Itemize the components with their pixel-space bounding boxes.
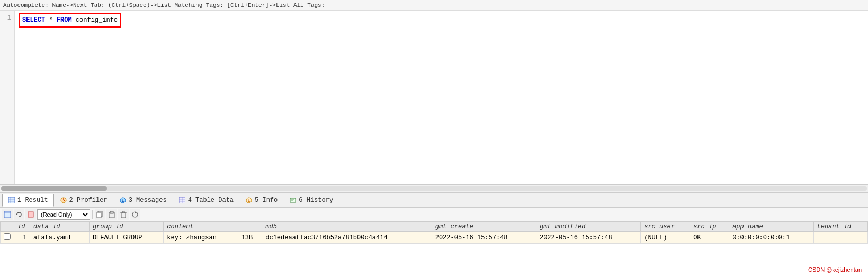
code-line-1: SELECT * FROM config_info	[19, 13, 864, 23]
svg-text:i: i	[121, 198, 124, 203]
col-src-user: src_user	[641, 222, 690, 232]
table-row[interactable]: 1 afafa.yaml DEFAULT_GROUP key: zhangsan…	[1, 232, 868, 244]
col-md5: md5	[262, 222, 432, 232]
table-name: config_info	[76, 16, 118, 24]
row-checkbox[interactable]	[1, 232, 14, 244]
svg-rect-16	[4, 211, 11, 218]
tab-result-label: 1 Result	[17, 196, 48, 204]
svg-rect-0	[8, 197, 15, 203]
col-app-name: app_name	[729, 222, 813, 232]
col-size	[238, 222, 262, 232]
toolbar-btn-copy[interactable]	[95, 209, 105, 220]
col-gmt-create: gmt_create	[432, 222, 536, 232]
col-src-ip: src_ip	[690, 222, 729, 232]
toolbar-btn-paste[interactable]	[106, 209, 117, 220]
col-id: id	[14, 222, 30, 232]
profiler-icon	[60, 196, 67, 204]
svg-rect-23	[110, 211, 113, 213]
hint-bar: Autocomplete: Name->Next Tab: (Ctrl+Spac…	[0, 0, 868, 11]
svg-rect-13	[290, 198, 296, 202]
tab-tabledata-label: 4 Table Data	[188, 196, 234, 204]
sql-statement-box: SELECT * FROM config_info	[19, 13, 121, 28]
tab-result[interactable]: 1 Result	[2, 194, 54, 207]
cell-src-user: (NULL)	[641, 232, 690, 244]
tabledata-icon	[178, 196, 186, 204]
code-area[interactable]: SELECT * FROM config_info	[15, 11, 868, 184]
tab-profiler-label: 2 Profiler	[69, 196, 108, 204]
col-gmt-modified: gmt_modified	[536, 222, 640, 232]
svg-marker-18	[16, 213, 18, 215]
line-number-1: 1	[0, 13, 14, 23]
separator-1	[92, 210, 93, 219]
svg-rect-19	[28, 212, 33, 217]
cell-tenant-id	[813, 232, 868, 244]
table-header-row: id data_id group_id content md5 gmt_crea…	[1, 222, 868, 232]
scrollbar-thumb[interactable]	[1, 186, 107, 191]
result-table: id data_id group_id content md5 gmt_crea…	[0, 221, 868, 244]
col-data-id: data_id	[30, 222, 90, 232]
tab-history[interactable]: 6 History	[283, 194, 339, 207]
messages-icon: i	[119, 196, 127, 204]
svg-rect-24	[121, 213, 126, 218]
cell-md5: dc1edeaaflac37f6b52a781b00c4a414	[262, 232, 432, 244]
cell-content: key: zhangsan	[164, 232, 238, 244]
cell-src-ip: OK	[690, 232, 729, 244]
info-icon: i	[245, 196, 253, 204]
toolbar-btn-3[interactable]	[25, 209, 36, 220]
tab-tabledata[interactable]: 4 Table Data	[173, 194, 239, 207]
toolbar-btn-delete[interactable]	[118, 209, 129, 220]
readonly-dropdown[interactable]: (Read Only)Editable	[37, 209, 90, 220]
result-toolbar: (Read Only)Editable	[0, 208, 868, 221]
scrollbar-track[interactable]	[1, 186, 867, 191]
toolbar-btn-1[interactable]	[2, 209, 13, 220]
tab-info-label: 5 Info	[255, 196, 278, 204]
tab-history-label: 6 History	[299, 196, 333, 204]
line-numbers: 1	[0, 11, 15, 184]
tab-messages-label: 3 Messages	[129, 196, 167, 204]
svg-text:i: i	[248, 198, 250, 203]
result-grid[interactable]: id data_id group_id content md5 gmt_crea…	[0, 221, 868, 277]
cell-size: 13B	[238, 232, 262, 244]
cell-group-id: DEFAULT_GROUP	[89, 232, 163, 244]
cell-gmt-create: 2022-05-16 15:57:48	[432, 232, 536, 244]
bottom-panel: 1 Result 2 Profiler i 3 Messages 4 Table…	[0, 192, 868, 277]
keyword-select: SELECT	[22, 16, 45, 24]
cell-app-name: 0:0:0:0:0:0:0:1	[729, 232, 813, 244]
cell-gmt-modified: 2022-05-16 15:57:48	[536, 232, 640, 244]
editor-area[interactable]: 1 SELECT * FROM config_info	[0, 11, 868, 185]
col-tenant-id: tenant_id	[813, 222, 868, 232]
tab-profiler[interactable]: 2 Profiler	[54, 194, 113, 207]
history-icon	[289, 196, 297, 204]
toolbar-btn-refresh2[interactable]	[130, 209, 140, 220]
cell-id: 1	[14, 232, 30, 244]
keyword-from: FROM	[57, 16, 72, 24]
col-checkbox	[1, 222, 14, 232]
cell-data-id: afafa.yaml	[30, 232, 90, 244]
col-group-id: group_id	[89, 222, 163, 232]
col-content: content	[164, 222, 238, 232]
tab-messages[interactable]: i 3 Messages	[113, 194, 173, 207]
star-char: *	[49, 16, 52, 24]
result-tabs: 1 Result 2 Profiler i 3 Messages 4 Table…	[0, 193, 868, 208]
row-checkbox-input[interactable]	[4, 233, 11, 240]
horizontal-scrollbar[interactable]	[0, 185, 868, 192]
toolbar-btn-2[interactable]	[14, 209, 24, 220]
result-icon	[8, 196, 15, 204]
svg-rect-21	[97, 212, 101, 218]
tab-info[interactable]: i 5 Info	[239, 194, 283, 207]
